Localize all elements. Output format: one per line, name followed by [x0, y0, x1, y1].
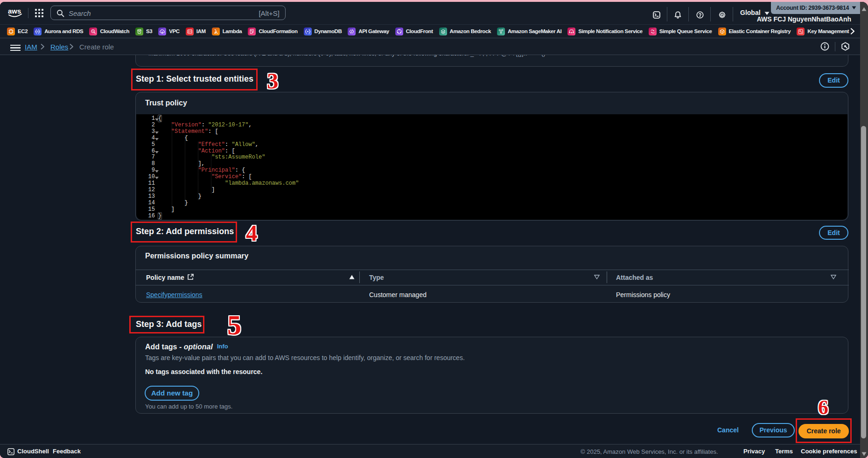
svg-text:aws: aws [8, 7, 21, 15]
